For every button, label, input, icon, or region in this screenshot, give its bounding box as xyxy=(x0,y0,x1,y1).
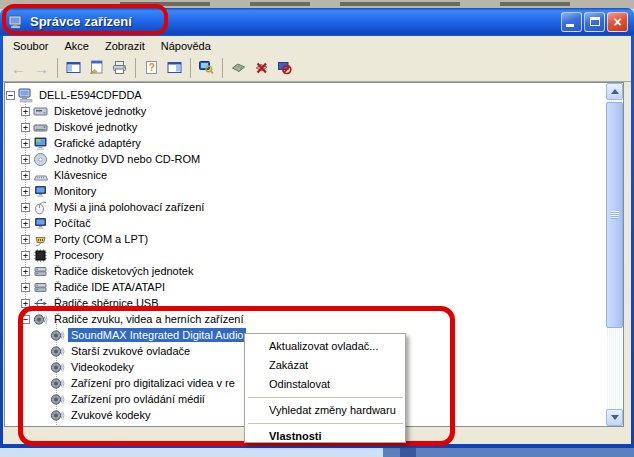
tree-item-label[interactable]: Grafické adaptéry xyxy=(51,136,144,150)
context-menu-item[interactable]: Aktualizovat ovladač... xyxy=(245,337,405,356)
background-window-sliver-bottom xyxy=(0,448,634,457)
processor-icon xyxy=(33,248,48,263)
expand-icon[interactable]: + xyxy=(21,251,30,260)
tree-row[interactable]: −DELL-E594CDFDDA xyxy=(6,87,145,103)
tree-row[interactable]: SoundMAX Integrated Digital Audio xyxy=(50,327,246,343)
uninstall-device-button[interactable] xyxy=(273,57,296,79)
expand-icon[interactable]: + xyxy=(21,235,30,244)
help-button[interactable]: ? xyxy=(140,57,163,79)
tree-row[interactable]: +Klávesnice xyxy=(21,167,110,183)
tree-item-label[interactable]: Řadiče disketových jednotek xyxy=(51,264,196,278)
vertical-scrollbar[interactable] xyxy=(606,83,623,426)
tree-item-label[interactable]: Řadiče IDE ATA/ATAPI xyxy=(51,280,168,294)
expand-icon[interactable]: + xyxy=(21,219,30,228)
expand-icon[interactable]: + xyxy=(21,171,30,180)
maximize-button[interactable] xyxy=(584,12,605,32)
tree-item-label[interactable]: Počítač xyxy=(51,216,94,230)
tree-row[interactable]: +Monitory xyxy=(21,183,99,199)
close-button[interactable]: × xyxy=(607,12,628,32)
collapse-icon[interactable]: − xyxy=(6,91,15,100)
titlebar[interactable]: Správce zařízení × xyxy=(0,8,634,36)
tree-row[interactable]: +Grafické adaptéry xyxy=(21,135,144,151)
tree-row[interactable]: +Myši a jiná polohovací zařízení xyxy=(21,199,207,215)
tree-item-label[interactable]: Jednotky DVD nebo CD-ROM xyxy=(51,152,203,166)
tree-item-label[interactable]: SoundMAX Integrated Digital Audio xyxy=(68,328,246,342)
tree-row[interactable]: Videokodeky xyxy=(50,359,137,375)
tree-row[interactable]: Zvukové kodeky xyxy=(50,407,153,423)
action-pane-icon xyxy=(167,60,182,77)
expand-icon[interactable]: + xyxy=(21,155,30,164)
expand-icon[interactable]: + xyxy=(21,187,30,196)
scrollbar-thumb[interactable] xyxy=(606,102,623,328)
menu-napoveda[interactable]: Nápověda xyxy=(153,38,219,54)
context-menu-separator xyxy=(248,397,403,398)
tree-item-label[interactable]: Monitory xyxy=(51,184,99,198)
tree-item-label[interactable]: Diskové jednotky xyxy=(51,120,140,134)
keyboard-icon xyxy=(33,168,48,183)
scan-hardware-changes-button[interactable] xyxy=(195,57,218,79)
tree-item-label[interactable]: Starší zvukové ovladače xyxy=(68,344,193,358)
context-menu-item[interactable]: Zakázat xyxy=(245,356,405,375)
tree-row[interactable]: +Počítač xyxy=(21,215,94,231)
tree-item-label[interactable]: Řadiče zvuku, videa a herních zařízení xyxy=(51,312,247,326)
context-menu-item[interactable]: Vyhledat změny hardwaru xyxy=(245,401,405,420)
menu-zobrazit[interactable]: Zobrazit xyxy=(97,38,153,54)
tree-item-label[interactable]: Porty (COM a LPT) xyxy=(51,232,151,246)
show-action-pane-button[interactable] xyxy=(163,57,186,79)
tree-item-label[interactable]: Procesory xyxy=(51,248,107,262)
forward-button[interactable]: → xyxy=(30,57,53,79)
update-driver-button[interactable] xyxy=(227,57,250,79)
tree-item-label[interactable]: Disketové jednotky xyxy=(51,104,149,118)
uninstall-device-icon xyxy=(277,60,292,77)
tree-item-label[interactable]: Myši a jiná polohovací zařízení xyxy=(51,200,207,214)
tree-row[interactable]: −Řadiče zvuku, videa a herních zařízení xyxy=(21,311,247,327)
speaker-icon xyxy=(33,312,48,327)
tree-item-label[interactable]: Řadiče sběrnice USB xyxy=(51,296,162,310)
context-menu-item[interactable]: Odinstalovat xyxy=(245,375,405,394)
tree-row[interactable]: Zařízení pro ovládání médií xyxy=(50,391,208,407)
background-window-edge xyxy=(383,448,634,457)
show-console-tree-button[interactable] xyxy=(62,57,85,79)
print-button[interactable] xyxy=(108,57,131,79)
scroll-up-button[interactable] xyxy=(606,83,623,100)
tree-row[interactable]: Zařízení pro digitalizaci videa v re xyxy=(50,375,238,391)
forward-arrow-icon: → xyxy=(34,61,49,76)
tree-row[interactable]: +Řadiče sběrnice USB xyxy=(21,295,162,311)
minimize-button[interactable] xyxy=(561,12,582,32)
expand-icon[interactable]: + xyxy=(21,203,30,212)
speaker-icon xyxy=(50,392,65,407)
tree-row[interactable]: +Řadiče disketových jednotek xyxy=(21,263,196,279)
tree-row[interactable]: +Procesory xyxy=(21,247,107,263)
menu-akce[interactable]: Akce xyxy=(56,38,96,54)
expand-icon[interactable]: + xyxy=(21,139,30,148)
tree-row[interactable]: +Porty (COM a LPT) xyxy=(21,231,151,247)
context-menu-item[interactable]: Vlastnosti xyxy=(245,427,405,446)
expand-icon[interactable]: + xyxy=(21,299,30,308)
expand-icon[interactable]: + xyxy=(21,283,30,292)
back-button[interactable]: ← xyxy=(7,57,30,79)
tree-item-label[interactable]: Videokodeky xyxy=(68,360,137,374)
tree-item-label[interactable]: Zařízení pro digitalizaci videa v re xyxy=(68,376,238,390)
tree-item-label[interactable]: Klávesnice xyxy=(51,168,110,182)
chevron-down-icon xyxy=(611,415,619,420)
expand-icon[interactable]: + xyxy=(21,123,30,132)
tree-item-label[interactable]: Zařízení pro ovládání médií xyxy=(68,392,208,406)
device-context-menu: Aktualizovat ovladač...ZakázatOdinstalov… xyxy=(244,333,406,443)
properties-button[interactable] xyxy=(85,57,108,79)
expand-icon[interactable]: + xyxy=(21,107,30,116)
tree-item-label[interactable]: Zvukové kodeky xyxy=(68,408,153,422)
tree-row[interactable]: +Disketové jednotky xyxy=(21,103,149,119)
menu-soubor[interactable]: Soubor xyxy=(5,38,56,54)
tree-row[interactable]: +Diskové jednotky xyxy=(21,119,140,135)
scroll-down-button[interactable] xyxy=(606,409,623,426)
svg-text:?: ? xyxy=(149,62,155,73)
toolbar-separator xyxy=(57,58,58,78)
tree-row[interactable]: Starší zvukové ovladače xyxy=(50,343,193,359)
tree-row[interactable]: +Řadiče IDE ATA/ATAPI xyxy=(21,279,168,295)
disable-device-button[interactable] xyxy=(250,57,273,79)
tree-item-label[interactable]: DELL-E594CDFDDA xyxy=(36,88,145,102)
expand-icon[interactable]: + xyxy=(21,267,30,276)
collapse-icon[interactable]: − xyxy=(21,315,30,324)
tree-row-partial[interactable] xyxy=(50,423,68,426)
tree-row[interactable]: +Jednotky DVD nebo CD-ROM xyxy=(21,151,203,167)
